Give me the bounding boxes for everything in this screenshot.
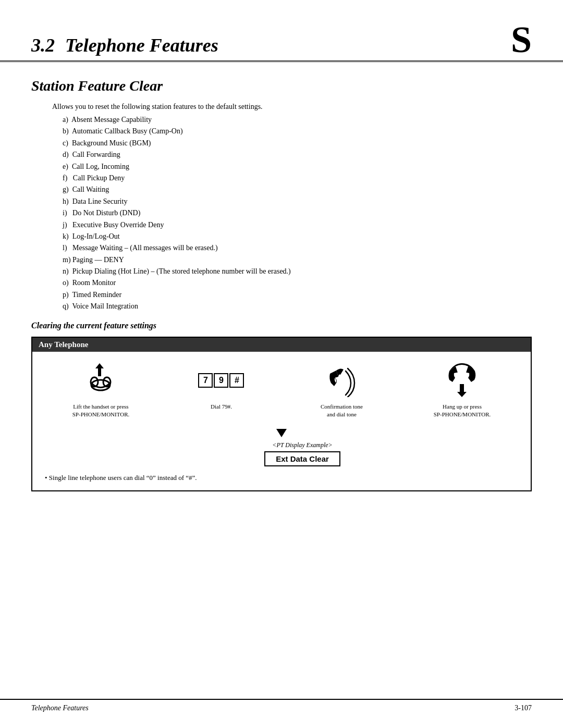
- list-item: b) Automatic Callback Busy (Camp-On): [63, 126, 532, 137]
- procedure-content: Lift the handset or press SP-PHONE/MONIT…: [32, 352, 531, 491]
- list-item: f) Call Pickup Deny: [63, 172, 532, 184]
- hangup-svg: [445, 363, 479, 397]
- list-item: a) Absent Message Capability: [63, 114, 532, 126]
- list-item: j) Executive Busy Override Deny: [63, 219, 532, 231]
- subsection-title: Clearing the current feature settings: [31, 321, 532, 330]
- step4-label: Hang up or press SP-PHONE/MONITOR.: [434, 403, 491, 419]
- header-title: Telephone Features: [65, 34, 218, 56]
- note-row: • Single line telephone users can dial “…: [41, 473, 522, 482]
- step1: Lift the handset or press SP-PHONE/MONIT…: [48, 362, 154, 419]
- list-item: e) Call Log, Incoming: [63, 161, 532, 172]
- list-item: k) Log-In/Log-Out: [63, 231, 532, 242]
- step2: 7 9 # Dial 79#.: [168, 362, 274, 411]
- main-content: Station Feature Clear Allows you to rese…: [0, 62, 563, 491]
- pt-display-area: <PT Display Example> Ext Data Clear: [41, 441, 522, 466]
- list-item: m) Paging — DENY: [63, 254, 532, 266]
- list-item: c) Background Music (BGM): [63, 138, 532, 149]
- list-item: o) Room Monitor: [63, 277, 532, 289]
- steps-connector: [41, 429, 522, 437]
- page-title: Station Feature Clear: [31, 78, 532, 94]
- list-item: q) Voice Mail Integration: [63, 301, 532, 312]
- list-item: i) Do Not Disturb (DND): [63, 207, 532, 219]
- handset-lift-svg: [85, 363, 116, 397]
- step3-label: Confirmation tone and dial tone: [321, 403, 363, 419]
- phone-ringing-svg: [326, 363, 357, 397]
- footer-page: 3-107: [515, 704, 532, 712]
- list-item: n) Pickup Dialing (Hot Line) – (The stor…: [63, 266, 532, 277]
- step1-label: Lift the handset or press SP-PHONE/MONIT…: [72, 403, 130, 419]
- page-footer: Telephone Features 3-107: [0, 699, 563, 712]
- list-item: l) Message Waiting – (All messages will …: [63, 242, 532, 254]
- feature-list: a) Absent Message Capability b) Automati…: [63, 114, 532, 313]
- key-9: 9: [214, 373, 228, 388]
- lift-handset-icon: [85, 362, 116, 399]
- key-7: 7: [198, 373, 213, 388]
- list-item: d) Call Forwarding: [63, 149, 532, 161]
- page-header: 3.2 Telephone Features S: [0, 0, 563, 62]
- key-hash: #: [229, 373, 244, 388]
- procedure-header: Any Telephone: [32, 338, 531, 352]
- header-letter: S: [511, 21, 532, 58]
- list-item: g) Call Waiting: [63, 184, 532, 195]
- procedure-box: Any Telephone: [31, 337, 532, 492]
- dial-keys: 7 9 #: [198, 373, 244, 388]
- hangup-icon: [445, 362, 479, 399]
- step3: Confirmation tone and dial tone: [289, 362, 395, 419]
- footer-title: Telephone Features: [31, 704, 89, 712]
- dial-keys-icon: 7 9 #: [198, 362, 244, 399]
- intro-text: Allows you to reset the following statio…: [52, 103, 532, 111]
- pt-display-label: <PT Display Example>: [272, 441, 332, 449]
- steps-row: Lift the handset or press SP-PHONE/MONIT…: [41, 362, 522, 419]
- step4: Hang up or press SP-PHONE/MONITOR.: [409, 362, 515, 419]
- list-item: h) Data Line Security: [63, 196, 532, 207]
- note-text: • Single line telephone users can dial “…: [45, 474, 197, 482]
- pt-display-box: Ext Data Clear: [264, 451, 340, 466]
- svg-marker-0: [95, 363, 104, 376]
- section-number: 3.2: [31, 34, 55, 56]
- confirmation-tone-icon: [326, 362, 357, 399]
- arrow-down-icon: [276, 429, 287, 437]
- list-item: p) Timed Reminder: [63, 289, 532, 301]
- step2-label: Dial 79#.: [211, 403, 232, 411]
- svg-marker-4: [457, 384, 467, 397]
